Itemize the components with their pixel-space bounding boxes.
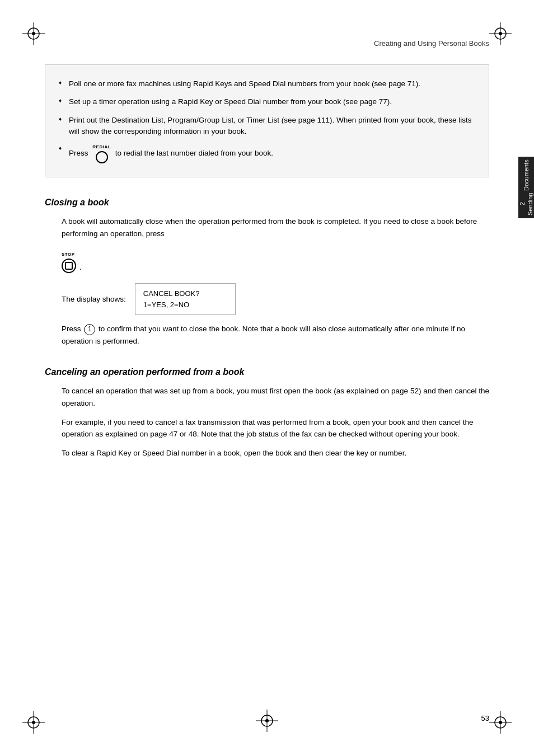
canceling-para1: To cancel an operation that was set up f… [45, 385, 489, 409]
display-label: The display shows: [62, 295, 126, 303]
corner-mark-tr [489, 22, 512, 45]
svg-point-11 [32, 721, 35, 724]
stop-inner-icon [65, 262, 73, 270]
info-box: Poll one or more fax machines using Rapi… [45, 64, 489, 177]
page-number: 53 [481, 714, 489, 722]
press-text: Press [69, 149, 90, 157]
number-1-circle: 1 [84, 324, 95, 335]
corner-mark-bl [22, 711, 45, 734]
canceling-section: Canceling an operation performed from a … [45, 367, 489, 459]
page: 2 Sending Documents Creating and Using P… [0, 0, 534, 756]
canceling-para2: For example, if you need to cancel a fax… [45, 416, 489, 440]
info-list: Poll one or more fax machines using Rapi… [59, 75, 475, 167]
canceling-heading: Canceling an operation performed from a … [45, 367, 489, 377]
closing-book-section: Closing a book A book will automatically… [45, 198, 489, 347]
redial-button-icon: REDIAL [92, 144, 111, 163]
svg-point-15 [499, 721, 502, 724]
svg-point-7 [499, 32, 502, 35]
closing-book-para1: A book will automatically close when the… [45, 215, 489, 240]
display-box: CANCEL BOOK? 1=YES, 2=NO [135, 283, 236, 315]
display-line1: CANCEL BOOK? [143, 288, 227, 299]
bottom-center-mark [256, 710, 278, 734]
page-header: Creating and Using Personal Books [45, 34, 489, 48]
svg-point-3 [32, 32, 35, 35]
svg-point-19 [265, 719, 269, 722]
list-item: Poll one or more fax machines using Rapi… [59, 75, 475, 93]
stop-button-area: STOP [62, 248, 76, 273]
header-title: Creating and Using Personal Books [374, 39, 489, 48]
side-tab: 2 Sending Documents [518, 157, 534, 218]
corner-mark-tl [22, 22, 45, 45]
canceling-para3: To clear a Rapid Key or Speed Dial numbe… [45, 447, 489, 459]
list-item: Print out the Destination List, Program/… [59, 111, 475, 141]
closing-book-para2: Press 1 to confirm that you want to clos… [45, 323, 489, 347]
closing-book-heading: Closing a book [45, 198, 489, 208]
corner-mark-br [489, 711, 512, 734]
list-item: Press REDIAL to redial the last number d… [59, 140, 475, 167]
display-line2: 1=YES, 2=NO [143, 299, 227, 311]
stop-circle-icon [62, 259, 76, 273]
list-item: Set up a timer operation using a Rapid K… [59, 93, 475, 111]
display-row: The display shows: CANCEL BOOK? 1=YES, 2… [45, 283, 489, 315]
